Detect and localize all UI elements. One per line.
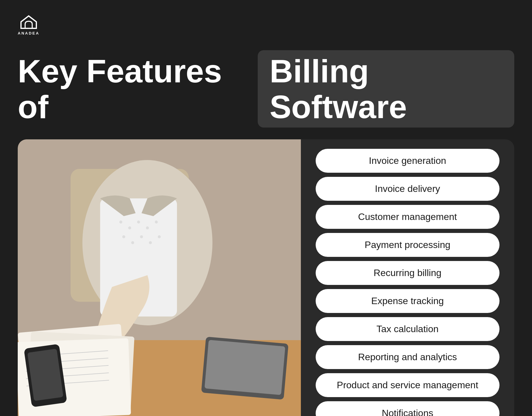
header: ANADEA	[18, 12, 514, 38]
title-section: Key Features of Billing Software	[18, 50, 514, 128]
feature-pill: Expense tracking	[316, 289, 499, 313]
svg-point-12	[140, 235, 143, 238]
svg-point-11	[131, 241, 134, 244]
feature-pill: Customer management	[316, 205, 499, 229]
feature-pill: Notifications	[316, 401, 499, 416]
main-title: Key Features of Billing Software	[18, 50, 514, 128]
svg-point-9	[155, 221, 158, 224]
feature-pill: Invoice delivery	[316, 177, 499, 201]
title-part1: Key Features of	[18, 53, 249, 125]
logo-text: ANADEA	[18, 31, 40, 35]
feature-pill: Invoice generation	[316, 149, 499, 173]
svg-point-13	[149, 241, 152, 244]
logo-container: ANADEA	[18, 15, 40, 35]
desk-scene	[18, 139, 301, 416]
page-container: ANADEA Key Features of Billing Software	[0, 0, 532, 416]
svg-point-7	[137, 221, 140, 224]
svg-point-8	[146, 226, 149, 229]
svg-marker-0	[21, 16, 36, 28]
feature-pill: Payment processing	[316, 233, 499, 257]
svg-point-14	[158, 235, 161, 238]
content-area: Invoice generationInvoice deliveryCustom…	[18, 139, 514, 416]
svg-point-10	[122, 235, 125, 238]
feature-pill: Recurring billing	[316, 261, 499, 285]
image-section	[18, 139, 301, 416]
svg-rect-30	[205, 340, 285, 395]
svg-point-5	[119, 221, 122, 224]
feature-pill: Product and service management	[316, 373, 499, 397]
features-section: Invoice generationInvoice deliveryCustom…	[301, 139, 514, 416]
feature-pill: Reporting and analytics	[316, 345, 499, 369]
title-part2: Billing Software	[258, 50, 514, 128]
anadea-logo-icon	[20, 15, 38, 30]
svg-point-6	[128, 226, 131, 229]
feature-pill: Tax calculation	[316, 317, 499, 341]
